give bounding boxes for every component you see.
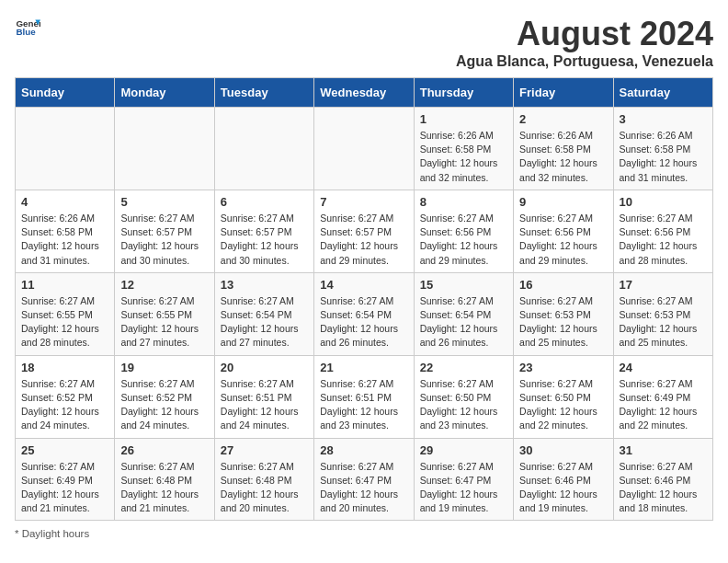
- day-info: Sunrise: 6:27 AM Sunset: 6:48 PM Dayligh…: [221, 460, 308, 516]
- calendar-cell: 11Sunrise: 6:27 AM Sunset: 6:55 PM Dayli…: [16, 272, 115, 355]
- day-number: 23: [519, 361, 607, 374]
- calendar-cell: 9Sunrise: 6:27 AM Sunset: 6:56 PM Daylig…: [514, 190, 613, 272]
- month-title: August 2024: [456, 15, 713, 53]
- header-wednesday: Wednesday: [314, 78, 414, 108]
- day-info: Sunrise: 6:26 AM Sunset: 6:58 PM Dayligh…: [519, 129, 607, 185]
- footer-note: * Daylight hours: [15, 528, 713, 539]
- day-number: 21: [320, 361, 407, 374]
- day-number: 12: [120, 278, 208, 292]
- day-info: Sunrise: 6:27 AM Sunset: 6:51 PM Dayligh…: [221, 377, 308, 433]
- day-info: Sunrise: 6:27 AM Sunset: 6:54 PM Dayligh…: [320, 294, 407, 350]
- calendar-cell: 10Sunrise: 6:27 AM Sunset: 6:56 PM Dayli…: [613, 190, 712, 272]
- day-info: Sunrise: 6:27 AM Sunset: 6:54 PM Dayligh…: [420, 294, 507, 350]
- calendar-cell: 21Sunrise: 6:27 AM Sunset: 6:51 PM Dayli…: [314, 355, 414, 438]
- calendar-cell: 30Sunrise: 6:27 AM Sunset: 6:46 PM Dayli…: [514, 438, 613, 521]
- calendar-cell: 29Sunrise: 6:27 AM Sunset: 6:47 PM Dayli…: [414, 438, 513, 521]
- calendar-cell: 12Sunrise: 6:27 AM Sunset: 6:55 PM Dayli…: [115, 272, 214, 355]
- week-row-4: 18Sunrise: 6:27 AM Sunset: 6:52 PM Dayli…: [16, 355, 713, 438]
- day-info: Sunrise: 6:26 AM Sunset: 6:58 PM Dayligh…: [620, 129, 707, 185]
- calendar-cell: 3Sunrise: 6:26 AM Sunset: 6:58 PM Daylig…: [613, 108, 712, 190]
- day-number: 8: [420, 195, 507, 209]
- calendar-cell: 13Sunrise: 6:27 AM Sunset: 6:54 PM Dayli…: [214, 272, 313, 355]
- day-info: Sunrise: 6:27 AM Sunset: 6:57 PM Dayligh…: [221, 212, 308, 268]
- day-info: Sunrise: 6:27 AM Sunset: 6:46 PM Dayligh…: [519, 460, 607, 516]
- calendar-cell: 6Sunrise: 6:27 AM Sunset: 6:57 PM Daylig…: [214, 190, 313, 272]
- day-info: Sunrise: 6:27 AM Sunset: 6:48 PM Dayligh…: [120, 460, 208, 516]
- day-info: Sunrise: 6:27 AM Sunset: 6:47 PM Dayligh…: [420, 460, 507, 516]
- calendar-table: SundayMondayTuesdayWednesdayThursdayFrid…: [15, 77, 713, 521]
- day-info: Sunrise: 6:27 AM Sunset: 6:55 PM Dayligh…: [21, 294, 108, 350]
- day-number: 13: [221, 278, 308, 292]
- week-row-5: 25Sunrise: 6:27 AM Sunset: 6:49 PM Dayli…: [16, 438, 713, 521]
- header-sunday: Sunday: [16, 78, 115, 108]
- day-number: 24: [620, 361, 707, 374]
- location-title: Agua Blanca, Portuguesa, Venezuela: [456, 53, 713, 70]
- calendar-cell: 27Sunrise: 6:27 AM Sunset: 6:48 PM Dayli…: [214, 438, 313, 521]
- calendar-cell: 16Sunrise: 6:27 AM Sunset: 6:53 PM Dayli…: [514, 272, 613, 355]
- calendar-cell: 18Sunrise: 6:27 AM Sunset: 6:52 PM Dayli…: [16, 355, 115, 438]
- day-number: 1: [420, 112, 507, 126]
- calendar-cell: 15Sunrise: 6:27 AM Sunset: 6:54 PM Dayli…: [414, 272, 513, 355]
- header-friday: Friday: [514, 78, 613, 108]
- header-thursday: Thursday: [414, 78, 513, 108]
- calendar-cell: 31Sunrise: 6:27 AM Sunset: 6:46 PM Dayli…: [613, 438, 712, 521]
- day-info: Sunrise: 6:27 AM Sunset: 6:47 PM Dayligh…: [320, 460, 407, 516]
- day-info: Sunrise: 6:27 AM Sunset: 6:56 PM Dayligh…: [519, 212, 607, 268]
- calendar-cell: 2Sunrise: 6:26 AM Sunset: 6:58 PM Daylig…: [514, 108, 613, 190]
- calendar-cell: 5Sunrise: 6:27 AM Sunset: 6:57 PM Daylig…: [115, 190, 214, 272]
- day-info: Sunrise: 6:27 AM Sunset: 6:56 PM Dayligh…: [620, 212, 707, 268]
- calendar-header-row: SundayMondayTuesdayWednesdayThursdayFrid…: [16, 78, 713, 108]
- day-number: 6: [221, 195, 308, 209]
- day-info: Sunrise: 6:27 AM Sunset: 6:57 PM Dayligh…: [320, 212, 407, 268]
- day-number: 16: [519, 278, 607, 292]
- day-number: 3: [620, 112, 707, 126]
- day-number: 26: [120, 443, 208, 457]
- week-row-1: 1Sunrise: 6:26 AM Sunset: 6:58 PM Daylig…: [16, 108, 713, 190]
- calendar-cell: 22Sunrise: 6:27 AM Sunset: 6:50 PM Dayli…: [414, 355, 513, 438]
- day-number: 2: [519, 112, 607, 126]
- calendar-cell: 1Sunrise: 6:26 AM Sunset: 6:58 PM Daylig…: [414, 108, 513, 190]
- day-info: Sunrise: 6:26 AM Sunset: 6:58 PM Dayligh…: [21, 212, 108, 268]
- day-info: Sunrise: 6:27 AM Sunset: 6:50 PM Dayligh…: [420, 377, 507, 433]
- calendar-cell: [214, 108, 313, 190]
- day-info: Sunrise: 6:27 AM Sunset: 6:55 PM Dayligh…: [120, 294, 208, 350]
- day-number: 27: [221, 443, 308, 457]
- title-area: August 2024 Agua Blanca, Portuguesa, Ven…: [456, 15, 713, 70]
- calendar-cell: 8Sunrise: 6:27 AM Sunset: 6:56 PM Daylig…: [414, 190, 513, 272]
- day-info: Sunrise: 6:26 AM Sunset: 6:58 PM Dayligh…: [420, 129, 507, 185]
- calendar-cell: [314, 108, 414, 190]
- day-number: 22: [420, 361, 507, 374]
- calendar-cell: 17Sunrise: 6:27 AM Sunset: 6:53 PM Dayli…: [613, 272, 712, 355]
- day-number: 17: [620, 278, 707, 292]
- day-info: Sunrise: 6:27 AM Sunset: 6:49 PM Dayligh…: [620, 377, 707, 433]
- calendar-cell: 23Sunrise: 6:27 AM Sunset: 6:50 PM Dayli…: [514, 355, 613, 438]
- header-saturday: Saturday: [613, 78, 712, 108]
- day-number: 28: [320, 443, 407, 457]
- day-info: Sunrise: 6:27 AM Sunset: 6:53 PM Dayligh…: [519, 294, 607, 350]
- day-info: Sunrise: 6:27 AM Sunset: 6:50 PM Dayligh…: [519, 377, 607, 433]
- calendar-cell: 20Sunrise: 6:27 AM Sunset: 6:51 PM Dayli…: [214, 355, 313, 438]
- calendar-cell: 24Sunrise: 6:27 AM Sunset: 6:49 PM Dayli…: [613, 355, 712, 438]
- day-number: 30: [519, 443, 607, 457]
- day-info: Sunrise: 6:27 AM Sunset: 6:52 PM Dayligh…: [21, 377, 108, 433]
- calendar-cell: 19Sunrise: 6:27 AM Sunset: 6:52 PM Dayli…: [115, 355, 214, 438]
- day-number: 18: [21, 361, 108, 374]
- day-info: Sunrise: 6:27 AM Sunset: 6:53 PM Dayligh…: [620, 294, 707, 350]
- day-info: Sunrise: 6:27 AM Sunset: 6:52 PM Dayligh…: [120, 377, 208, 433]
- day-number: 19: [120, 361, 208, 374]
- day-number: 31: [620, 443, 707, 457]
- header-monday: Monday: [115, 78, 214, 108]
- calendar-cell: 7Sunrise: 6:27 AM Sunset: 6:57 PM Daylig…: [314, 190, 414, 272]
- header-tuesday: Tuesday: [214, 78, 313, 108]
- calendar-cell: 25Sunrise: 6:27 AM Sunset: 6:49 PM Dayli…: [16, 438, 115, 521]
- day-number: 5: [120, 195, 208, 209]
- day-info: Sunrise: 6:27 AM Sunset: 6:57 PM Dayligh…: [120, 212, 208, 268]
- day-info: Sunrise: 6:27 AM Sunset: 6:46 PM Dayligh…: [620, 460, 707, 516]
- svg-text:Blue: Blue: [16, 27, 36, 37]
- day-number: 25: [21, 443, 108, 457]
- header: General Blue August 2024 Agua Blanca, Po…: [15, 15, 713, 70]
- day-info: Sunrise: 6:27 AM Sunset: 6:51 PM Dayligh…: [320, 377, 407, 433]
- calendar-cell: 28Sunrise: 6:27 AM Sunset: 6:47 PM Dayli…: [314, 438, 414, 521]
- day-number: 29: [420, 443, 507, 457]
- day-number: 4: [21, 195, 108, 209]
